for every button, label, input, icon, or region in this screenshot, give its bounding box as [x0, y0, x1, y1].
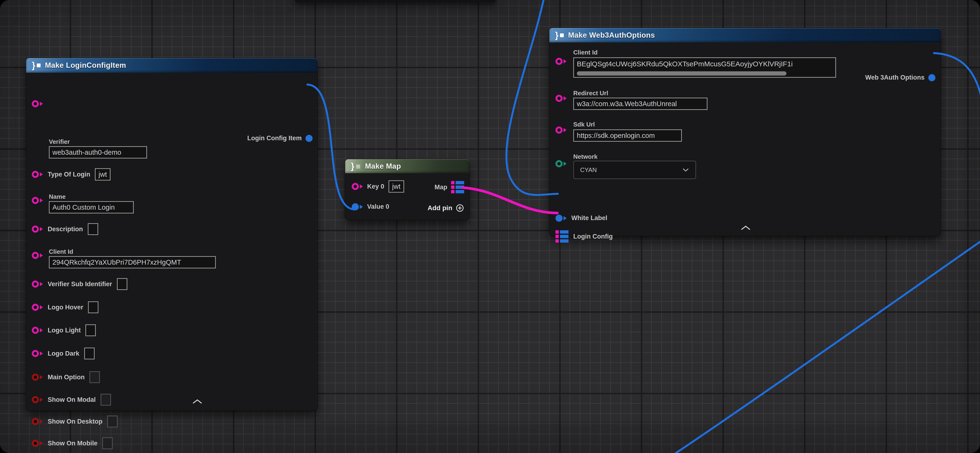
- pin-label-key-0: Key 0: [367, 183, 384, 190]
- verifier-sub-identifier-input[interactable]: [117, 278, 127, 290]
- key-0-input[interactable]: jwt: [388, 180, 404, 193]
- pin-type-of-login[interactable]: [32, 171, 43, 178]
- pin-logo-hover[interactable]: [32, 304, 43, 311]
- pin-label-description: Description: [48, 226, 83, 233]
- pin-label-logo-dark: Logo Dark: [48, 350, 80, 357]
- offscreen-node-edge: [294, 0, 496, 2]
- node-header[interactable]: } Make Web3AuthOptions: [549, 28, 941, 43]
- pin-name[interactable]: [32, 197, 43, 204]
- node-make-web3authoptions[interactable]: } Make Web3AuthOptions Web 3Auth Options…: [549, 28, 941, 236]
- output-pin-label: Map: [434, 184, 447, 191]
- show-on-desktop-checkbox[interactable]: [107, 415, 118, 428]
- main-option-checkbox[interactable]: [89, 371, 100, 383]
- pin-show-on-modal[interactable]: [32, 396, 43, 403]
- pin-label-value-0: Value 0: [367, 203, 389, 211]
- pin-label-show-on-desktop: Show On Desktop: [48, 418, 102, 425]
- node-title: Make LoginConfigItem: [45, 61, 126, 70]
- node-title: Make Web3AuthOptions: [568, 31, 655, 40]
- pin-verifier[interactable]: [32, 100, 43, 107]
- pin-label-name: Name: [49, 193, 66, 200]
- client-id-input[interactable]: BEglQSgt4cUWcj6SKRdu5QkOXTsePmMcusG5EAoy…: [573, 57, 836, 78]
- name-input[interactable]: Auth0 Custom Login: [49, 201, 134, 214]
- make-struct-icon: }: [555, 31, 564, 40]
- node-header[interactable]: }≡ Make Map: [345, 159, 469, 173]
- show-on-mobile-checkbox[interactable]: [102, 437, 113, 449]
- pin-label-show-on-modal: Show On Modal: [48, 396, 96, 404]
- chevron-up-icon: [740, 225, 751, 231]
- wire-map-to-loginconfig[interactable]: [463, 188, 557, 213]
- pin-show-on-desktop[interactable]: [32, 418, 43, 425]
- client-id-input[interactable]: 294QRkchfq2YaXUbPri7D6PH7xzHgQMT: [49, 256, 216, 268]
- pin-logo-dark[interactable]: [32, 350, 43, 357]
- description-input[interactable]: [88, 223, 98, 235]
- pin-sdk-url[interactable]: [555, 127, 566, 134]
- pin-label-white-label: White Label: [571, 214, 608, 222]
- output-pin-label: Web 3Auth Options: [865, 74, 924, 81]
- output-pin-label: Login Config Item: [247, 135, 302, 142]
- type-of-login-input[interactable]: jwt: [95, 168, 110, 181]
- pin-web3auth-options-out[interactable]: [928, 74, 935, 81]
- add-pin-icon: [456, 204, 464, 212]
- node-make-map[interactable]: }≡ Make Map Key 0 jwt Map Value 0 Add pi…: [345, 159, 469, 220]
- verifier-input[interactable]: web3auth-auth0-demo: [49, 146, 147, 158]
- show-on-modal-checkbox[interactable]: [100, 394, 111, 405]
- logo-hover-input[interactable]: [88, 301, 99, 313]
- node-make-loginconfigitem[interactable]: } Make LoginConfigItem Login Config Item…: [26, 58, 317, 410]
- pin-login-config-item-out[interactable]: [305, 135, 313, 142]
- pin-white-label[interactable]: [555, 215, 566, 222]
- pin-show-on-mobile[interactable]: [32, 440, 43, 447]
- pin-label-logo-light: Logo Light: [48, 327, 81, 334]
- client-id-scrollbar[interactable]: [577, 71, 786, 76]
- blueprint-canvas[interactable]: } Make LoginConfigItem Login Config Item…: [0, 0, 980, 453]
- pin-key-0[interactable]: [352, 183, 363, 190]
- pin-redirect-url[interactable]: [555, 95, 566, 102]
- client-id-value: BEglQSgt4cUWcj6SKRdu5QkOXTsePmMcusG5EAoy…: [577, 60, 832, 68]
- pin-logo-light[interactable]: [32, 327, 43, 334]
- pin-label-type-of-login: Type Of Login: [48, 171, 90, 178]
- pin-label-verifier: Verifier: [49, 138, 70, 146]
- redirect-url-input[interactable]: w3a://com.w3a.Web3AuthUnreal: [573, 98, 708, 110]
- pin-client-id[interactable]: [555, 58, 566, 65]
- pin-label-client-id: Client Id: [49, 248, 73, 255]
- pin-label-main-option: Main Option: [48, 374, 85, 381]
- pin-label-sdk-url: Sdk Url: [573, 121, 595, 128]
- wire-diagonal-bottom[interactable]: [673, 241, 980, 453]
- chevron-down-icon: [682, 168, 689, 172]
- pin-label-login-config: Login Config: [573, 233, 612, 240]
- pin-verifier-sub-identifier[interactable]: [32, 280, 43, 288]
- make-struct-icon: }: [32, 61, 41, 70]
- logo-light-input[interactable]: [85, 324, 96, 336]
- collapse-node-button[interactable]: [192, 399, 202, 405]
- wire-web3authoptions-out[interactable]: [934, 53, 980, 100]
- network-value: CYAN: [580, 166, 597, 174]
- add-pin-label: Add pin: [428, 204, 452, 212]
- pin-label-redirect-url: Redirect Url: [573, 90, 608, 97]
- pin-client-id[interactable]: [32, 252, 43, 259]
- network-dropdown[interactable]: CYAN: [573, 161, 696, 179]
- pin-network[interactable]: [555, 160, 566, 167]
- pin-label-client-id: Client Id: [573, 49, 598, 56]
- login-config-map-pin-icon[interactable]: [555, 230, 568, 242]
- node-header[interactable]: } Make LoginConfigItem: [26, 58, 317, 73]
- pin-label-show-on-mobile: Show On Mobile: [48, 440, 97, 447]
- chevron-up-icon: [192, 399, 202, 404]
- pin-label-network: Network: [573, 153, 598, 160]
- node-title: Make Map: [365, 162, 401, 171]
- pin-main-option[interactable]: [32, 374, 43, 381]
- logo-dark-input[interactable]: [84, 348, 95, 360]
- pin-label-verifier-sub-identifier: Verifier Sub Identifier: [48, 280, 112, 288]
- add-pin-button[interactable]: Add pin: [428, 204, 464, 212]
- pin-label-logo-hover: Logo Hover: [48, 304, 83, 311]
- collapse-node-button[interactable]: [740, 225, 751, 232]
- make-map-icon: }≡: [351, 162, 361, 171]
- pin-description[interactable]: [32, 226, 43, 233]
- sdk-url-input[interactable]: https://sdk.openlogin.com: [573, 129, 682, 142]
